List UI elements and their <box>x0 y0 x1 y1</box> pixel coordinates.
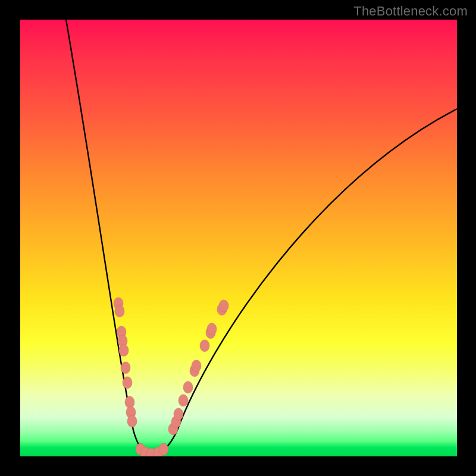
chart-frame: TheBottleneck.com <box>0 0 476 476</box>
marker-group <box>114 298 228 456</box>
data-marker <box>115 305 124 317</box>
data-marker <box>127 415 137 427</box>
data-marker <box>174 408 183 420</box>
plot-area <box>20 20 457 456</box>
data-marker <box>200 340 209 352</box>
data-marker <box>192 360 201 372</box>
data-marker <box>119 345 129 356</box>
data-marker <box>125 396 134 408</box>
chart-svg <box>20 20 457 456</box>
watermark-text: TheBottleneck.com <box>353 4 468 19</box>
data-marker <box>207 323 217 335</box>
data-marker <box>178 394 188 406</box>
data-marker <box>159 443 168 455</box>
data-marker <box>183 381 193 393</box>
data-marker <box>219 300 228 312</box>
data-marker <box>121 362 130 374</box>
data-marker <box>123 377 132 389</box>
bottleneck-curve <box>66 20 457 455</box>
